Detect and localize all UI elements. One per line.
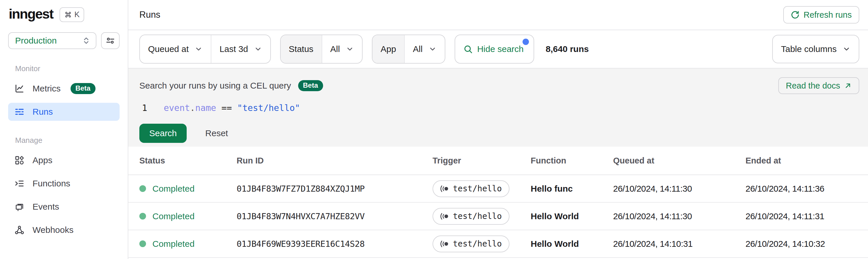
run-queued-at: 26/10/2024, 14:11:30	[613, 211, 745, 221]
runs-count: 8,640 runs	[546, 44, 589, 54]
status-filter-group: Status All	[280, 34, 363, 64]
event-trigger-icon	[440, 239, 449, 248]
column-header-trigger: Trigger	[433, 156, 531, 166]
main-content: Runs Refresh runs Queued at Last 3d	[128, 0, 868, 259]
refresh-runs-button[interactable]: Refresh runs	[783, 6, 859, 24]
run-trigger-cell: test/hello	[433, 208, 531, 225]
chevron-down-icon	[842, 45, 850, 53]
sidebar-item-label: Events	[32, 202, 59, 212]
trigger-badge[interactable]: test/hello	[433, 235, 509, 252]
refresh-runs-label: Refresh runs	[804, 10, 852, 20]
run-id: 01JB4F69WE9393EERE16C14S28	[237, 239, 433, 249]
app-filter-dropdown[interactable]: All	[404, 35, 444, 63]
cel-query-editor[interactable]: 1 event.name == "test/hello"	[140, 103, 859, 113]
table-row[interactable]: Completed 01JB4F83W7FZ7D1Z884XZQJ1MP tes…	[128, 175, 868, 203]
line-number: 1	[140, 103, 150, 113]
search-icon	[463, 45, 473, 54]
trigger-event-name: test/hello	[453, 239, 502, 249]
status-dot-icon	[140, 213, 146, 220]
run-status-label: Completed	[152, 211, 194, 221]
trigger-badge[interactable]: test/hello	[433, 208, 509, 225]
environment-settings-button[interactable]	[101, 32, 120, 49]
monitor-section-label: Monitor	[15, 64, 120, 73]
search-notification-dot	[523, 39, 529, 45]
run-function-name: Hello World	[531, 239, 613, 249]
time-range-dropdown[interactable]: Last 3d	[211, 35, 270, 63]
trigger-badge[interactable]: test/hello	[433, 180, 509, 197]
search-button[interactable]: Search	[140, 124, 187, 143]
external-link-icon	[844, 82, 852, 89]
sidebar-item-apps[interactable]: Apps	[8, 151, 120, 169]
sidebar-item-label: Runs	[32, 107, 53, 117]
status-dot-icon	[140, 240, 146, 247]
search-panel-title: Search your runs by using a CEL query	[140, 81, 291, 91]
code-token-property: name	[195, 103, 216, 113]
table-columns-button[interactable]: Table columns	[772, 35, 859, 63]
search-panel-actions: Search Reset	[140, 124, 859, 143]
sidebar-item-events[interactable]: Events	[8, 198, 120, 216]
sidebar-item-runs[interactable]: Runs	[8, 103, 120, 121]
sidebar-item-webhooks[interactable]: Webhooks	[8, 221, 120, 239]
table-row[interactable]: Completed 01JB4F83W7N4HVXC7A7HZE82VV tes…	[128, 203, 868, 230]
code-token-dot: .	[190, 103, 195, 113]
run-status-label: Completed	[152, 184, 194, 194]
refresh-icon	[791, 10, 800, 19]
status-filter-dropdown[interactable]: All	[322, 35, 362, 63]
time-range-value: Last 3d	[219, 44, 248, 54]
environment-selector[interactable]: Production	[8, 32, 96, 49]
sidebar-item-functions[interactable]: Functions	[8, 174, 120, 193]
column-header-run-id: Run ID	[237, 156, 433, 166]
manage-nav: Apps Functions Events Webhooks	[8, 151, 120, 239]
metrics-beta-badge: Beta	[70, 83, 95, 94]
run-function-name: Hello func	[531, 184, 613, 194]
search-panel-title-row: Search your runs by using a CEL query Be…	[140, 80, 323, 91]
run-status-cell: Completed	[140, 239, 237, 249]
time-field-value: Queued at	[148, 44, 189, 54]
inngest-logo: inngest	[9, 7, 53, 22]
status-filter-label: Status	[281, 35, 322, 63]
reset-button[interactable]: Reset	[205, 128, 228, 138]
trigger-event-name: test/hello	[453, 184, 502, 193]
hide-search-label: Hide search	[477, 44, 524, 54]
shortcut-key-label: K	[74, 10, 80, 19]
column-header-ended-at: Ended at	[745, 156, 868, 166]
table-columns-label: Table columns	[781, 44, 837, 54]
run-id: 01JB4F83W7FZ7D1Z884XZQJ1MP	[237, 184, 433, 194]
status-filter-value: All	[330, 44, 340, 54]
cel-beta-badge: Beta	[298, 80, 323, 91]
table-row[interactable]: Completed 01JB4F69WE9393EERE16C14S28 tes…	[128, 230, 868, 258]
run-status-cell: Completed	[140, 211, 237, 221]
webhooks-icon	[14, 225, 24, 235]
search-panel-header: Search your runs by using a CEL query Be…	[140, 77, 859, 94]
app-filter-group: App All	[372, 34, 445, 64]
time-filter-group: Queued at Last 3d	[140, 34, 271, 64]
chevron-down-icon	[254, 45, 262, 53]
code-token-object: event	[164, 103, 190, 113]
code-token-operator: ==	[216, 103, 237, 113]
sidebar-item-label: Apps	[32, 155, 52, 165]
time-field-dropdown[interactable]: Queued at	[140, 35, 211, 63]
environment-value: Production	[15, 36, 57, 46]
column-header-status: Status	[140, 156, 237, 166]
event-trigger-icon	[440, 212, 449, 221]
sidebar-item-metrics[interactable]: Metrics Beta	[8, 80, 120, 97]
chevron-down-icon	[429, 45, 437, 53]
read-the-docs-button[interactable]: Read the docs	[778, 77, 859, 94]
run-queued-at: 26/10/2024, 14:11:30	[613, 184, 745, 194]
run-queued-at: 26/10/2024, 14:10:31	[613, 239, 745, 249]
sliders-icon	[106, 36, 115, 45]
run-trigger-cell: test/hello	[433, 235, 531, 252]
app-root: inngest K Production Mo	[0, 0, 868, 259]
column-header-queued-at: Queued at	[613, 156, 745, 166]
updown-chevron-icon	[82, 36, 91, 45]
chevron-down-icon	[194, 45, 203, 53]
table-header-row: Status Run ID Trigger Function Queued at…	[128, 147, 868, 175]
events-icon	[14, 202, 24, 212]
command-k-shortcut[interactable]: K	[60, 7, 84, 22]
apps-grid-icon	[14, 155, 24, 165]
run-function-name: Hello World	[531, 211, 613, 221]
sidebar-item-label: Metrics	[32, 84, 61, 93]
read-the-docs-label: Read the docs	[786, 81, 840, 91]
event-trigger-icon	[440, 184, 449, 193]
hide-search-button[interactable]: Hide search	[455, 34, 534, 64]
